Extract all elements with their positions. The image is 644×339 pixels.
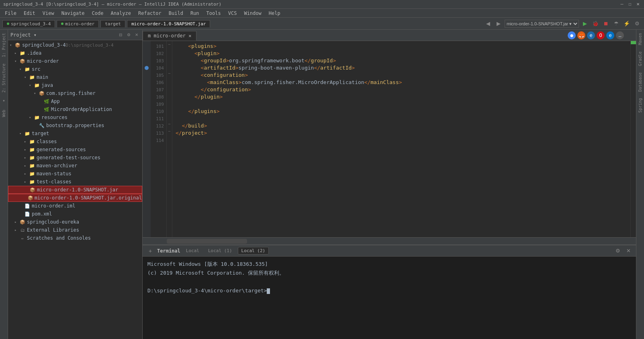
- editor-tab-micro-order[interactable]: m micro-order ✕: [143, 31, 196, 41]
- project-tab-target[interactable]: target: [100, 20, 125, 27]
- maximize-button[interactable]: □: [627, 2, 633, 7]
- tree-pom-xml[interactable]: 📄 pom.xml: [8, 210, 142, 218]
- menu-file[interactable]: File: [2, 10, 20, 17]
- tree-bootstrap-properties[interactable]: 🔧 bootstrap.properties: [8, 121, 142, 129]
- project-tab-jar[interactable]: micro-order-1.0-SNAPSHOT.jar: [127, 20, 210, 27]
- right-tab-gradle[interactable]: Gradle: [637, 50, 643, 68]
- tree-jar-original[interactable]: 📦 micro-order-1.0-SNAPSHOT.jar.original: [8, 194, 142, 202]
- firefox-icon[interactable]: 🦊: [577, 31, 585, 39]
- terminal-tab-local3[interactable]: Local (2): [238, 247, 269, 255]
- debug-button[interactable]: 🐞: [591, 19, 600, 28]
- menu-vcs[interactable]: VCS: [225, 10, 240, 17]
- settings-gear-button[interactable]: ⚙: [633, 19, 642, 28]
- project-collapse-button[interactable]: ⊟: [117, 32, 124, 38]
- fold-113[interactable]: ─: [167, 128, 172, 135]
- nav-forward-button[interactable]: ▶: [494, 19, 503, 28]
- scrollbar-thumb[interactable]: [167, 239, 247, 244]
- tree-generated-sources[interactable]: ▸ 📁 generated-sources: [8, 146, 142, 154]
- tree-com-spring-fisher[interactable]: ▾ 📦 com.spring.fisher: [8, 89, 142, 97]
- tree-src[interactable]: ▾ 📁 src: [8, 65, 142, 73]
- tree-main[interactable]: ▾ 📁 main: [8, 73, 142, 81]
- gutter-113: [143, 129, 151, 137]
- menu-edit[interactable]: Edit: [20, 10, 39, 17]
- menu-navigate[interactable]: Navigate: [58, 10, 88, 17]
- tree-test-classes[interactable]: ▸ 📁 test-classes: [8, 178, 142, 186]
- code-editor[interactable]: <plugins> <plugin> <groupId>org.springfr…: [172, 41, 630, 237]
- project-toolbar: springcloud_3-4 micro-order target micro…: [0, 18, 644, 30]
- menu-window[interactable]: Window: [241, 10, 264, 17]
- tree-springcloud-eureka[interactable]: ▸ 📦 springcloud-eureka: [8, 218, 142, 226]
- tree-target[interactable]: ▾ 📁 target: [8, 129, 142, 138]
- terminal-add-button[interactable]: +: [146, 247, 155, 255]
- left-tab-2-structure[interactable]: 2: Structure: [1, 62, 7, 94]
- editor-and-browser: ● 🦊 e O e … m micro-order ✕: [143, 30, 636, 244]
- tree-app[interactable]: 🌿 App: [8, 97, 142, 105]
- tree-micro-order-application[interactable]: 🌿 MicroOrderApplication: [8, 105, 142, 113]
- project-tab-micro-order[interactable]: micro-order: [57, 20, 99, 27]
- terminal-content[interactable]: Microsoft Windows [版本 10.0.18363.535] (c…: [143, 257, 636, 339]
- tree-scratches-consoles[interactable]: ✏ Scratches and Consoles: [8, 234, 142, 242]
- tree-label-com-spring-fisher: com.spring.fisher: [46, 90, 96, 96]
- terminal-line-2: (c) 2019 Microsoft Corporation. 保留所有权利。: [147, 269, 631, 277]
- run-button[interactable]: ▶: [581, 19, 589, 28]
- fold-112[interactable]: ─: [167, 121, 172, 128]
- tree-micro-order[interactable]: ▾ 📦 micro-order: [8, 57, 142, 65]
- tree-resources[interactable]: ▾ 📁 resources: [8, 113, 142, 121]
- close-button[interactable]: ✕: [635, 2, 641, 7]
- menu-build[interactable]: Build: [166, 10, 186, 17]
- left-tab-3-favorites[interactable]: ★: [1, 97, 7, 105]
- chrome-icon[interactable]: ●: [568, 31, 576, 39]
- right-tab-database[interactable]: Database: [637, 71, 643, 93]
- code-line-102: <plugin>: [176, 50, 627, 57]
- tree-springcloud-root[interactable]: ▾ 📦 springcloud_3-4 D:\springcloud_3-4: [8, 41, 142, 49]
- project-settings-button[interactable]: ⚙: [125, 32, 132, 38]
- tree-classes[interactable]: ▸ 📁 classes: [8, 138, 142, 146]
- more-browsers-icon[interactable]: …: [616, 31, 624, 39]
- tree-idea[interactable]: ▸ 📁 .idea: [8, 49, 142, 57]
- right-tab-spring[interactable]: Spring: [637, 97, 643, 114]
- ie-icon[interactable]: e: [587, 31, 595, 39]
- tree-external-libraries[interactable]: ▸ 🗂 External Libraries: [8, 226, 142, 234]
- tree-maven-archiver[interactable]: ▸ 📁 maven-archiver: [8, 162, 142, 170]
- project-tab-springcloud[interactable]: springcloud_3-4: [2, 20, 55, 27]
- fold-101[interactable]: ─: [167, 41, 172, 48]
- tree-generated-test-sources[interactable]: ▸ 📁 generated-test-sources: [8, 154, 142, 162]
- terminal-tab-local1[interactable]: Local: [183, 247, 202, 254]
- project-close-button[interactable]: ✕: [133, 32, 140, 38]
- menu-tools[interactable]: Tools: [203, 10, 224, 17]
- terminal-section: + Terminal Local Local (1) Local (2) ⚙ ✕…: [143, 244, 636, 339]
- opera-icon[interactable]: O: [597, 31, 605, 39]
- menu-analyze[interactable]: Analyze: [107, 10, 134, 17]
- jar-selector[interactable]: micro-order-1.0-SNAPSHOT.jar ▾: [505, 20, 579, 28]
- tree-jar-file[interactable]: 📦 micro-order-1.0-SNAPSHOT.jar: [8, 186, 142, 194]
- terminal-close-button[interactable]: ✕: [624, 247, 633, 255]
- fold-105[interactable]: ─: [167, 70, 172, 77]
- gutter-112: [143, 122, 151, 129]
- line-num-112: 112: [151, 122, 166, 129]
- left-tab-1-project[interactable]: 1: Project: [1, 31, 7, 59]
- tree-maven-status[interactable]: ▸ 📁 maven-status: [8, 170, 142, 178]
- horizontal-scrollbar[interactable]: [143, 237, 636, 244]
- minimize-button[interactable]: ─: [619, 2, 625, 7]
- tree-label-target: target: [32, 131, 49, 136]
- menu-help[interactable]: Help: [266, 10, 284, 17]
- editor-column: ● 🦊 e O e … m micro-order ✕: [143, 30, 636, 339]
- terminal-line-1: Microsoft Windows [版本 10.0.18363.535]: [147, 260, 631, 269]
- terminal-settings-button[interactable]: ⚙: [613, 247, 622, 255]
- menu-code[interactable]: Code: [89, 10, 107, 17]
- terminal-tab-local2[interactable]: Local (1): [205, 247, 235, 254]
- stop-button[interactable]: ⏹: [601, 19, 610, 28]
- edge-icon[interactable]: e: [606, 31, 614, 39]
- menu-refactor[interactable]: Refactor: [135, 10, 165, 17]
- nav-back-button[interactable]: ◀: [484, 19, 493, 28]
- menu-view[interactable]: View: [39, 10, 57, 17]
- left-tab-4-web[interactable]: Web: [1, 108, 7, 119]
- right-tab-maven[interactable]: Maven: [637, 31, 643, 47]
- tree-label-maven-archiver: maven-archiver: [37, 163, 77, 168]
- tree-java[interactable]: ▾ 📁 java: [8, 81, 142, 89]
- coverage-button[interactable]: ☂: [612, 19, 621, 28]
- code-line-108: </plugin>: [176, 93, 627, 101]
- menu-run[interactable]: Run: [187, 10, 202, 17]
- tree-micro-order-iml[interactable]: 📄 micro-order.iml: [8, 202, 142, 210]
- profile-button[interactable]: ⚡: [622, 19, 631, 28]
